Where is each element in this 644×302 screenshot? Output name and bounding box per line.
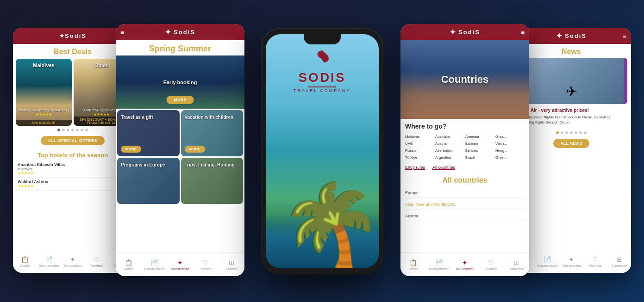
countries-hero: Countries — [400, 40, 529, 119]
country-austria[interactable]: Austria — [435, 141, 464, 147]
screen2-brand: ✦ SodiS — [165, 28, 195, 37]
nav-orders-4[interactable]: 📋 Orders — [400, 259, 426, 271]
phones-container: ✦ SodiS Best Deals Maldives DHIGALI MALD… — [0, 0, 644, 302]
orders-icon-1: 📋 — [21, 256, 29, 263]
travel-gift-label: Travel as a gift — [121, 115, 176, 120]
nav-docs-5[interactable]: 📄 Documentation — [536, 256, 560, 267]
entry-rules-link[interactable]: Entry rules — [405, 165, 425, 170]
region-austria[interactable]: Austria — [405, 210, 525, 221]
tours-label-5: Tour selection — [562, 264, 581, 267]
docs-icon-5: 📄 — [544, 256, 551, 263]
screen5-menu-icon[interactable]: ≡ — [623, 32, 626, 40]
region-europe[interactable]: Europe — [405, 186, 525, 198]
dot-7 — [85, 129, 88, 131]
early-booking-banner[interactable]: Early booking MORE — [116, 55, 244, 109]
news-dot-3 — [565, 131, 568, 134]
orders-icon-2: 📋 — [125, 259, 132, 266]
nav-tours-1[interactable]: ✦ Tour selection — [61, 256, 85, 267]
countries-hero-title: Countries — [441, 74, 489, 86]
country-russia[interactable]: Russia — [405, 148, 434, 154]
fav-label-4: Favorites — [484, 267, 497, 271]
country-uae[interactable]: UAE — [405, 141, 434, 147]
country-vietn[interactable]: Vietn... — [495, 141, 525, 147]
nav-conn-4[interactable]: ⊞ Connection — [503, 259, 529, 271]
country-turkiye[interactable]: Türkiye — [405, 154, 434, 160]
early-booking-more-button[interactable]: MORE — [167, 96, 194, 104]
tours-label-2: Tour selection — [171, 267, 189, 271]
travel-gift-more-button[interactable]: MORE — [121, 146, 141, 153]
country-hong[interactable]: Hong... — [495, 148, 525, 154]
tours-icon-4: ✦ — [462, 259, 468, 266]
hotel-name-1: Anantara Kihavah Villas — [18, 162, 128, 167]
country-armenia[interactable]: Armenia — [465, 134, 494, 140]
hotel-item-2: Waldorf Astoria ★★★★★ — [13, 178, 132, 191]
country-australia[interactable]: Australia — [435, 134, 464, 140]
country-grea[interactable]: Grea... — [495, 134, 525, 140]
hotel-location-1: Maldives — [18, 167, 128, 171]
center-logo-text: SODIS — [298, 70, 345, 85]
vacation-children-more-button[interactable]: MORE — [185, 146, 205, 153]
programs-europe-item[interactable]: Programs in Europe — [117, 158, 180, 204]
screen1-section-title: Top hotels of the season — [13, 149, 132, 160]
tours-label-4: Tour selection — [456, 267, 474, 271]
dot-3 — [67, 129, 69, 131]
screen2-grid: Travel as a gift MORE Vacation with chil… — [116, 109, 244, 205]
vacation-children-item[interactable]: Vacation with children MORE — [181, 110, 244, 156]
dot-5 — [76, 129, 79, 131]
screen5-dots — [512, 129, 631, 137]
countries-grid: Maldives Australia Armenia Grea... UAE A… — [400, 132, 529, 162]
docs-label-1: Documentation — [39, 264, 59, 267]
maldives-card[interactable]: Maldives DHIGALI MALDIVES (RAA ATOLL) ★★… — [16, 59, 72, 126]
country-bahrain[interactable]: Bahrain — [465, 141, 494, 147]
nav-fav-4[interactable]: ♡ Favorites — [478, 259, 504, 271]
all-countries-link[interactable]: All countries — [432, 165, 455, 170]
nav-tours-2[interactable]: ✦ Tour selection — [167, 259, 193, 271]
nav-docs-4[interactable]: 📄 Documentation — [426, 259, 452, 271]
news-dot-7 — [584, 131, 587, 134]
screen2-bottom-nav: 📋 Orders 📄 Documentation ✦ Tour selectio… — [116, 252, 244, 276]
nav-fav-1[interactable]: ♡ Favorites — [85, 256, 109, 267]
region-europe-label: Europe — [405, 191, 419, 195]
tours-icon-1: ✦ — [70, 256, 75, 263]
nav-orders-1[interactable]: 📋 Orders — [13, 256, 37, 267]
all-special-offers-button[interactable]: ALL SPECIAL OFFERS — [41, 136, 105, 145]
nav-conn-2[interactable]: ⊞ Connect — [219, 259, 244, 271]
screen2-menu-icon[interactable]: ≡ — [120, 29, 124, 36]
screen4-menu-icon[interactable]: ≡ — [521, 29, 525, 36]
nav-fav-5[interactable]: ♡ Favorites — [583, 256, 607, 267]
hotel-stars-2: ★★★★★ — [18, 184, 128, 188]
country-brazil[interactable]: Brazil — [465, 154, 494, 160]
region-asia[interactable]: Asia, Near and Middle East — [405, 198, 525, 210]
trips-fishing-item[interactable]: Trips. Fishing. Hunting — [181, 158, 244, 204]
center-logo-area: SODIS TRAVEL COMPANY — [266, 48, 379, 93]
screen1-bottom-nav: 📋 Orders 📄 Documentation ✦ Tour selectio… — [13, 249, 132, 273]
hotel-stars-1: ★★★★★ — [18, 171, 128, 175]
nav-docs-1[interactable]: 📄 Documentation — [37, 256, 61, 267]
fav-icon-5: ♡ — [592, 256, 598, 263]
travel-gift-item[interactable]: Travel as a gift MORE — [117, 110, 180, 156]
orders-icon-4: 📋 — [409, 259, 417, 266]
country-maldives[interactable]: Maldives — [405, 134, 434, 140]
country-azerbaijan[interactable]: Azerbaijan — [435, 148, 464, 154]
dot-4 — [71, 129, 74, 131]
country-gree[interactable]: Gree... — [495, 154, 525, 160]
nav-docs-2[interactable]: 📄 Documentation — [142, 259, 168, 271]
country-argentina[interactable]: Argentina — [435, 154, 464, 160]
dot-2 — [62, 129, 65, 131]
screen4-brand: ✦ SodiS — [450, 28, 480, 37]
nav-tours-4[interactable]: ✦ Tour selection — [452, 259, 478, 271]
nav-conn-5[interactable]: ⊞ Connection — [607, 256, 631, 267]
countries-links: Entry rules All countries — [400, 162, 529, 173]
tours-icon-2: ✦ — [177, 259, 183, 266]
nav-fav-2[interactable]: ♡ Favorites — [193, 259, 219, 271]
nav-tours-5[interactable]: ✦ Tour selection — [559, 256, 583, 267]
country-belarus[interactable]: Belarus — [465, 148, 494, 154]
news-text: Tickets for direct flights from Moscow t… — [516, 115, 626, 125]
all-news-button[interactable]: ALL NEWS — [553, 139, 590, 148]
screen-best-deals: ✦ SodiS Best Deals Maldives DHIGALI MALD… — [13, 28, 132, 273]
docs-icon-1: 📄 — [45, 256, 53, 263]
region-asia-label: Asia, Near and Middle East — [405, 202, 456, 207]
docs-icon-2: 📄 — [150, 259, 158, 266]
plane-icon: ✈ — [566, 83, 577, 99]
nav-orders-2[interactable]: 📋 Orders — [116, 259, 142, 271]
